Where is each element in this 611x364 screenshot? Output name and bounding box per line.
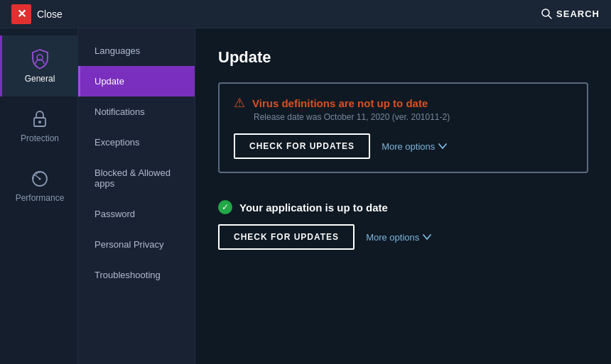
lock-icon (31, 109, 49, 129)
icon-sidebar: General Protection Performance (0, 28, 78, 364)
success-text: Your application is up to date (239, 202, 388, 214)
sidebar-protection-label: Protection (21, 133, 59, 143)
nav-item-troubleshooting[interactable]: Troubleshooting (78, 260, 195, 290)
mid-nav: Languages Update Notifications Exception… (78, 28, 195, 364)
search-label: SEARCH (556, 9, 600, 19)
alert-row: ⚠ Virus definitions are not up to date (234, 96, 573, 109)
close-label: Close (37, 9, 63, 20)
search-button[interactable]: SEARCH (541, 9, 600, 19)
success-row: ✓ Your application is up to date (218, 200, 574, 214)
virus-update-card: ⚠ Virus definitions are not up to date R… (218, 82, 588, 173)
shield-icon (30, 48, 50, 70)
sidebar-item-general[interactable]: General (0, 35, 77, 96)
nav-item-notifications[interactable]: Notifications (78, 96, 195, 127)
virus-more-options-label: More options (382, 141, 435, 152)
top-bar: ✕ Close SEARCH (0, 0, 611, 28)
gauge-icon (30, 169, 50, 189)
svg-point-4 (38, 121, 41, 123)
nav-item-personal-privacy[interactable]: Personal Privacy (78, 229, 195, 260)
app-check-for-updates-button[interactable]: CHECK FOR UPDATES (218, 224, 355, 250)
sidebar-item-protection[interactable]: Protection (0, 96, 77, 156)
close-button[interactable]: ✕ Close (11, 4, 63, 24)
nav-item-exceptions[interactable]: Exceptions (78, 127, 195, 158)
app-actions-row: CHECK FOR UPDATES More options (218, 224, 574, 250)
app-more-options-button[interactable]: More options (366, 232, 431, 243)
sidebar-general-label: General (25, 74, 55, 84)
virus-actions-row: CHECK FOR UPDATES More options (234, 133, 573, 159)
app-more-options-label: More options (366, 232, 419, 243)
nav-item-update[interactable]: Update (78, 66, 195, 96)
sidebar-item-performance[interactable]: Performance (0, 156, 77, 216)
search-icon (541, 9, 552, 19)
svg-line-1 (548, 16, 551, 18)
app-update-card: ✓ Your application is up to date CHECK F… (218, 187, 588, 263)
chevron-down-icon-2 (423, 234, 431, 240)
main-layout: General Protection Performance Languages (0, 28, 611, 364)
release-date: Release date was October 11, 2020 (ver. … (254, 112, 573, 122)
success-icon: ✓ (218, 200, 232, 214)
chevron-down-icon (438, 143, 447, 149)
sidebar-performance-label: Performance (16, 193, 65, 203)
virus-more-options-button[interactable]: More options (382, 141, 447, 152)
virus-check-for-updates-button[interactable]: CHECK FOR UPDATES (234, 133, 370, 159)
svg-point-6 (39, 178, 41, 180)
close-x-icon: ✕ (11, 4, 31, 24)
alert-text: Virus definitions are not up to date (252, 97, 428, 109)
nav-item-password[interactable]: Password (78, 199, 195, 229)
nav-item-languages[interactable]: Languages (78, 35, 195, 66)
page-title: Update (218, 48, 588, 67)
nav-item-blocked-allowed[interactable]: Blocked & Allowed apps (78, 158, 195, 199)
main-content: Update ⚠ Virus definitions are not up to… (195, 28, 611, 364)
warning-icon: ⚠ (234, 96, 245, 109)
